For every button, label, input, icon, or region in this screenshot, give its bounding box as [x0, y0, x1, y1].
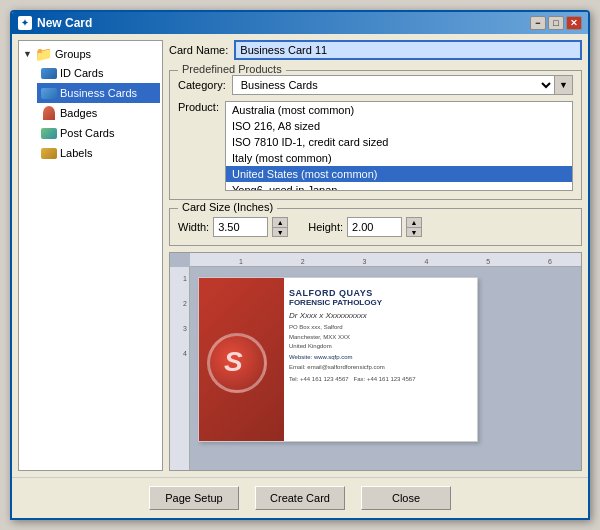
minimize-button[interactable]: −: [530, 16, 546, 30]
business-card-icon: [41, 85, 57, 101]
ruler-left-mark-3: 3: [183, 325, 187, 332]
sidebar-item-business-cards[interactable]: Business Cards: [37, 83, 160, 103]
post-cards-label: Post Cards: [60, 127, 114, 139]
id-cards-label: ID Cards: [60, 67, 103, 79]
groups-root[interactable]: ▼ 📁 Groups: [21, 45, 160, 63]
labels-label: Labels: [60, 147, 92, 159]
predefined-products-group: Predefined Products Category: Business C…: [169, 70, 582, 200]
card-background-red: S: [199, 278, 284, 441]
tree-children: ID Cards Business Cards Badges: [37, 63, 160, 163]
sidebar-item-badges[interactable]: Badges: [37, 103, 160, 123]
product-item-1[interactable]: ISO 216, A8 sized: [226, 118, 572, 134]
new-card-window: ✦ New Card − □ ✕ ▼ 📁 Groups: [10, 10, 590, 520]
card-address: PO Box xxx, Salford Manchester, MXX XXX …: [289, 323, 473, 352]
width-spinner: ▲ ▼: [272, 217, 288, 237]
card-content: SALFORD QUAYS FORENSIC PATHOLOGY Dr Xxxx…: [289, 288, 473, 437]
sidebar: ▼ 📁 Groups ID Cards Bu: [18, 40, 163, 471]
width-field: Width: ▲ ▼: [178, 217, 288, 237]
label-icon: [41, 145, 57, 161]
title-bar: ✦ New Card − □ ✕: [12, 12, 588, 34]
card-person-name: Dr Xxxx x Xxxxxxxxxx: [289, 311, 473, 320]
category-select[interactable]: Business Cards: [232, 75, 555, 95]
preview-area: 1 2 3 4 5 6 1 2 3 4: [169, 252, 582, 471]
card-address-1: PO Box xxx, Salford: [289, 323, 473, 333]
product-item-0[interactable]: Australia (most common): [226, 102, 572, 118]
ruler-left-mark-2: 2: [183, 300, 187, 307]
product-label: Product:: [178, 101, 219, 113]
ruler-mark-1: 1: [239, 258, 243, 265]
height-down-btn[interactable]: ▼: [406, 227, 422, 237]
card-size-title: Card Size (Inches): [178, 201, 277, 213]
badge-icon: [41, 105, 57, 121]
ruler-left-mark-4: 4: [183, 350, 187, 357]
height-spinner: ▲ ▼: [406, 217, 422, 237]
width-input[interactable]: [213, 217, 268, 237]
ruler-mark-4: 4: [424, 258, 428, 265]
height-input[interactable]: [347, 217, 402, 237]
card-name-label: Card Name:: [169, 44, 228, 56]
product-item-5[interactable]: Yong6, used in Japan: [226, 182, 572, 191]
product-list[interactable]: Australia (most common) ISO 216, A8 size…: [225, 101, 573, 191]
card-logo-circle: S: [207, 333, 267, 393]
width-down-btn[interactable]: ▼: [272, 227, 288, 237]
title-buttons: − □ ✕: [530, 16, 582, 30]
ruler-left-mark-1: 1: [183, 275, 187, 282]
maximize-button[interactable]: □: [548, 16, 564, 30]
product-row: Product: Australia (most common) ISO 216…: [178, 101, 573, 191]
create-card-button[interactable]: Create Card: [255, 486, 345, 510]
page-setup-button[interactable]: Page Setup: [149, 486, 239, 510]
folder-icon: 📁: [35, 46, 52, 62]
height-up-btn[interactable]: ▲: [406, 217, 422, 227]
ruler-mark-5: 5: [486, 258, 490, 265]
ruler-top: 1 2 3 4 5 6: [190, 253, 581, 267]
id-card-icon: [41, 65, 57, 81]
post-card-icon: [41, 125, 57, 141]
predefined-products-title: Predefined Products: [178, 63, 286, 75]
badges-label: Badges: [60, 107, 97, 119]
groups-label: Groups: [55, 48, 91, 60]
main-panel: Card Name: Predefined Products Category:…: [169, 40, 582, 471]
card-company-sub: FORENSIC PATHOLOGY: [289, 298, 473, 307]
card-logo-letter: S: [224, 346, 243, 378]
close-window-button[interactable]: ✕: [566, 16, 582, 30]
business-cards-label: Business Cards: [60, 87, 137, 99]
category-row: Category: Business Cards ▼: [178, 75, 573, 95]
category-select-container: Business Cards ▼: [232, 75, 573, 95]
sidebar-item-id-cards[interactable]: ID Cards: [37, 63, 160, 83]
card-company-name: SALFORD QUAYS: [289, 288, 473, 298]
product-item-3[interactable]: Italy (most common): [226, 150, 572, 166]
ruler-left: 1 2 3 4: [170, 267, 190, 470]
card-logo: S: [207, 333, 272, 398]
expand-icon: ▼: [23, 49, 32, 59]
width-up-btn[interactable]: ▲: [272, 217, 288, 227]
height-label: Height:: [308, 221, 343, 233]
product-item-2[interactable]: ISO 7810 ID-1, credit card sized: [226, 134, 572, 150]
height-field: Height: ▲ ▼: [308, 217, 422, 237]
sidebar-item-post-cards[interactable]: Post Cards: [37, 123, 160, 143]
card-contact: Tel: +44 161 123 4567 Fax: +44 161 123 4…: [289, 375, 473, 385]
card-name-input[interactable]: [234, 40, 582, 60]
card-email: Email: email@salfordforensicfp.com: [289, 363, 473, 373]
card-size-group: Card Size (Inches) Width: ▲ ▼ Height:: [169, 208, 582, 246]
size-row: Width: ▲ ▼ Height: ▲ ▼: [178, 217, 573, 237]
card-website: Website: www.sqfp.com: [289, 354, 473, 360]
category-dropdown-btn[interactable]: ▼: [555, 75, 573, 95]
ruler-mark-3: 3: [363, 258, 367, 265]
card-name-row: Card Name:: [169, 40, 582, 60]
sidebar-item-labels[interactable]: Labels: [37, 143, 160, 163]
ruler-mark-6: 6: [548, 258, 552, 265]
card-address-2: Manchester, MXX XXX: [289, 333, 473, 343]
card-address-3: United Kingdom: [289, 342, 473, 352]
ruler-mark-2: 2: [301, 258, 305, 265]
main-content: ▼ 📁 Groups ID Cards Bu: [12, 34, 588, 477]
card-fax: Fax: +44 161 123 4567: [354, 376, 416, 382]
window-title: New Card: [37, 16, 92, 30]
product-item-4[interactable]: United States (most common): [226, 166, 572, 182]
card-preview: S SALFORD QUAYS FORENSIC PATHOLOGY Dr Xx…: [198, 277, 478, 442]
width-label: Width:: [178, 221, 209, 233]
window-icon: ✦: [18, 16, 32, 30]
close-button[interactable]: Close: [361, 486, 451, 510]
card-inner: S SALFORD QUAYS FORENSIC PATHOLOGY Dr Xx…: [199, 278, 477, 441]
tree-root: ▼ 📁 Groups ID Cards Bu: [21, 45, 160, 163]
card-tel: Tel: +44 161 123 4567: [289, 376, 349, 382]
